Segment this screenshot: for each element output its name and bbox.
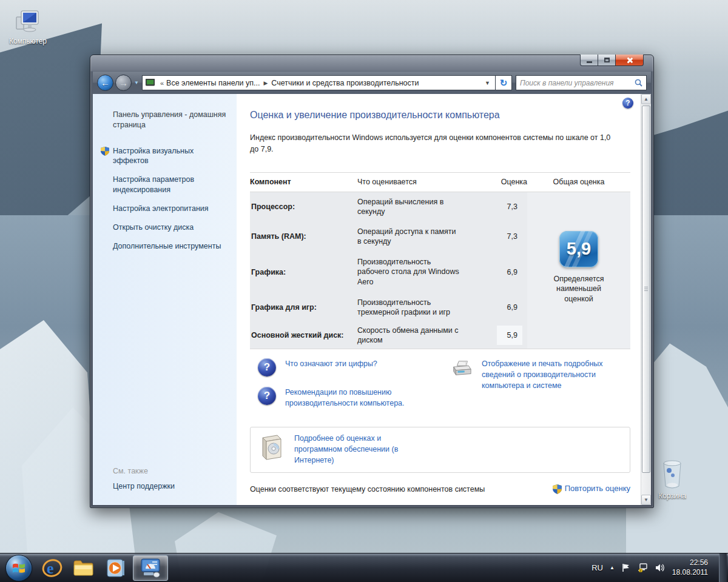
column-header-what: Что оценивается	[357, 178, 482, 186]
start-button[interactable]	[6, 555, 32, 581]
performance-monitor-icon	[140, 558, 161, 578]
taskbar-app-windows-explorer[interactable]	[70, 555, 98, 581]
address-bar[interactable]: « Все элементы панели уп... ▶ Счетчики и…	[142, 75, 496, 90]
sidebar-item-label: Открыть очистку диска	[113, 223, 194, 232]
maximize-button[interactable]	[598, 55, 616, 66]
scrollbar-grip	[644, 287, 648, 292]
component-name: Основной жесткий диск:	[250, 331, 357, 340]
sidebar-item-action-center[interactable]: Центр поддержки	[113, 482, 175, 490]
window-client-area: Панель управления - домашняя страница На…	[93, 94, 641, 505]
scroll-down-button[interactable]: ▼	[641, 495, 651, 505]
link-what-numbers-mean[interactable]: Что означают эти цифры?	[285, 358, 377, 369]
component-score: 7,3	[497, 227, 522, 246]
column-header-overall: Общая оценка	[527, 178, 630, 186]
taskbar-app-media-player[interactable]	[101, 555, 129, 581]
breadcrumb-overflow-chevron[interactable]: «	[160, 79, 164, 87]
software-box-icon	[259, 433, 283, 461]
minimize-button[interactable]	[580, 55, 598, 66]
internet-explorer-icon: e	[42, 558, 62, 578]
sidebar-item-label: Настройка электропитания	[113, 204, 209, 213]
sidebar-item-disk-cleanup[interactable]: Открыть очистку диска	[113, 222, 229, 232]
link-performance-tips[interactable]: Рекомендации по повышению производительн…	[285, 387, 425, 409]
taskbar-app-performance-active[interactable]	[133, 555, 168, 581]
link-row-what-numbers: ? Что означают эти цифры?	[258, 358, 451, 376]
table-body: Процессор: Операций вычисления в секунду…	[250, 192, 630, 349]
back-arrow-icon: ←	[101, 78, 110, 88]
table-row-ram: Память (RAM): Операций доступа к памяти …	[250, 222, 527, 252]
action-center-flag-icon[interactable]	[621, 563, 631, 572]
help-icon[interactable]: ?	[622, 98, 633, 109]
forward-button[interactable]: →	[115, 75, 132, 91]
sidebar-item-indexing-options[interactable]: Настройка параметров индексирования	[113, 175, 229, 195]
search-icon[interactable]	[635, 79, 642, 87]
table-header-row: Компонент Что оценивается Оценка Общая о…	[250, 173, 630, 192]
table-rows: Процессор: Операций вычисления в секунду…	[250, 192, 527, 349]
volume-icon[interactable]	[655, 563, 666, 572]
link-print-details[interactable]: Отображение и печать подробных сведений …	[482, 358, 633, 391]
back-button[interactable]: ←	[97, 75, 113, 91]
question-icon[interactable]: ?	[258, 387, 276, 405]
search-input[interactable]	[520, 79, 635, 87]
caption-buttons	[580, 55, 644, 66]
clock[interactable]: 22:56 18.08.2011	[672, 558, 708, 577]
see-also-heading: См. также	[113, 467, 175, 475]
desktop-icon-label: Корзина	[647, 492, 698, 500]
address-dropdown-icon[interactable]: ▼	[485, 80, 490, 86]
search-box	[516, 75, 647, 90]
column-header-component: Компонент	[250, 178, 357, 186]
window-titlebar[interactable]	[90, 55, 653, 72]
sidebar-item-visual-effects[interactable]: Настройка визуальных эффектов	[113, 146, 229, 166]
desktop-icon-recycle-bin[interactable]: Корзина	[647, 460, 698, 500]
taskbar-app-internet-explorer[interactable]: e	[38, 555, 66, 581]
component-name: Графика:	[250, 268, 357, 276]
printer-icon[interactable]	[451, 358, 472, 379]
component-name: Процессор:	[250, 202, 357, 211]
sidebar-see-also-section: См. также Центр поддержки	[113, 467, 175, 490]
link-rerun-assessment[interactable]: Повторить оценку	[565, 483, 630, 495]
minimize-icon	[587, 61, 592, 63]
breadcrumb-item-all-items[interactable]: Все элементы панели уп...	[166, 79, 260, 87]
sidebar-item-label: Настройка визуальных эффектов	[113, 147, 194, 165]
question-icon[interactable]: ?	[258, 358, 276, 376]
component-description: Скорость обмена данными с диском	[357, 326, 462, 346]
component-name: Память (RAM):	[250, 232, 357, 241]
sidebar-item-label: Дополнительные инструменты	[113, 242, 221, 250]
component-score: 7,3	[497, 197, 522, 216]
breadcrumb-item-performance[interactable]: Счетчики и средства производительности	[271, 79, 419, 87]
show-desktop-button[interactable]	[719, 554, 727, 582]
link-learn-online[interactable]: Подробнее об оценках и программном обесп…	[294, 433, 425, 466]
performance-page-icon	[146, 79, 155, 87]
sidebar: Панель управления - домашняя страница На…	[93, 94, 237, 505]
component-description: Производительность рабочего стола для Wi…	[357, 257, 462, 287]
component-score-lowest: 5,9	[497, 326, 522, 345]
hidden-icons-button[interactable]: ▲	[610, 565, 615, 570]
sidebar-item-control-panel-home[interactable]: Панель управления - домашняя страница	[113, 110, 229, 130]
help-links-section: ? Что означают эти цифры? ? Рекомендации…	[250, 358, 633, 419]
base-score-caption: Определяется наименьшей оценкой	[545, 274, 612, 305]
recent-pages-dropdown[interactable]: ▼	[134, 80, 139, 85]
breadcrumb-separator-icon[interactable]: ▶	[263, 80, 268, 86]
clock-time: 22:56	[672, 558, 708, 568]
vertical-scrollbar[interactable]: ▲ ▼	[641, 94, 651, 505]
refresh-button[interactable]: ↻	[496, 75, 512, 90]
close-button[interactable]	[616, 55, 644, 66]
scroll-up-button[interactable]: ▲	[641, 94, 651, 104]
intro-text: Индекс производительности Windows исполь…	[250, 132, 621, 155]
maximize-icon	[604, 58, 610, 62]
sidebar-item-label: Настройка параметров индексирования	[113, 175, 194, 193]
scrollbar-thumb[interactable]	[642, 105, 650, 473]
network-status-icon[interactable]: !	[638, 563, 649, 572]
close-icon	[626, 57, 633, 64]
sidebar-item-power-settings[interactable]: Настройка электропитания	[113, 204, 229, 213]
sidebar-item-advanced-tools[interactable]: Дополнительные инструменты	[113, 241, 229, 251]
language-indicator[interactable]: RU	[592, 563, 603, 572]
svg-text:e: e	[47, 560, 54, 577]
recycle-bin-icon	[659, 460, 686, 490]
desktop-icon-computer[interactable]: Компьютер	[2, 7, 53, 45]
link-row-tips: ? Рекомендации по повышению производител…	[258, 387, 451, 409]
table-row-graphics: Графика: Производительность рабочего сто…	[250, 252, 527, 293]
content-footer: Оценки соответствуют текущему состоянию …	[250, 483, 630, 495]
component-score: 6,9	[497, 263, 522, 282]
rerun-assessment[interactable]: Повторить оценку	[553, 483, 630, 495]
computer-icon	[14, 7, 42, 35]
